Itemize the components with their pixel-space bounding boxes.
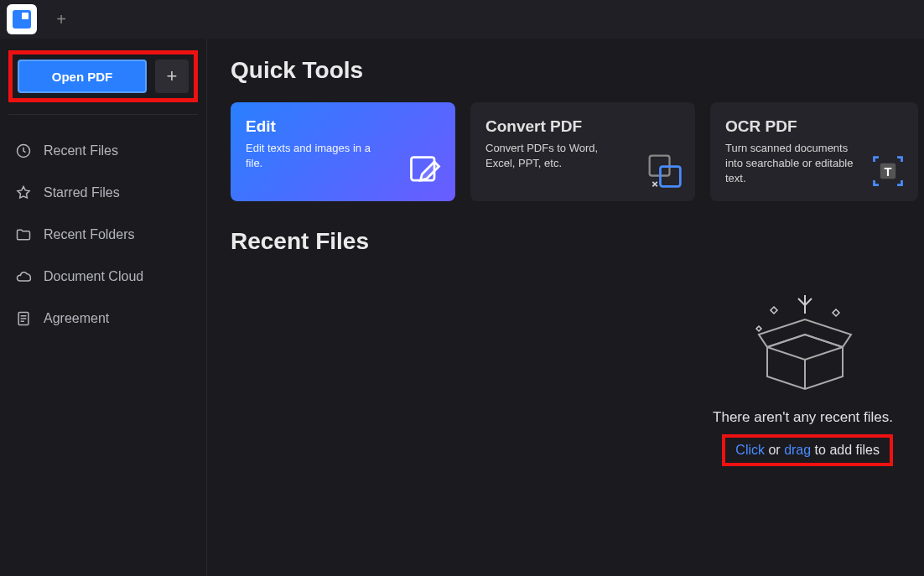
sidebar-item-document-cloud[interactable]: Document Cloud: [8, 256, 198, 298]
sidebar-item-recent-folders[interactable]: Recent Folders: [8, 214, 198, 256]
tool-desc: Edit texts and images in a file.: [246, 141, 388, 171]
drop-text-or: or: [765, 443, 784, 457]
document-icon: [15, 310, 32, 327]
open-pdf-highlight: Open PDF +: [8, 50, 198, 102]
tool-ocr[interactable]: OCR PDF Turn scanned documents into sear…: [710, 102, 918, 201]
clock-icon: [15, 143, 32, 159]
sidebar-item-label: Recent Folders: [44, 227, 135, 242]
drop-text-rest: to add files: [811, 443, 880, 457]
sidebar-item-label: Recent Files: [44, 143, 118, 158]
ocr-icon: T: [869, 153, 906, 189]
svg-text:T: T: [885, 165, 892, 179]
open-pdf-button[interactable]: Open PDF: [18, 60, 147, 93]
sidebar-item-starred-files[interactable]: Starred Files: [8, 172, 198, 214]
sidebar-item-agreement[interactable]: Agreement: [8, 298, 198, 340]
empty-message: There aren't any recent files.: [713, 409, 893, 426]
cloud-icon: [15, 268, 32, 285]
tool-desc: Convert PDFs to Word, Excel, PPT, etc.: [485, 141, 628, 171]
tool-title: Convert PDF: [485, 117, 680, 136]
drop-hint-highlight: Click or drag to add files: [722, 434, 893, 466]
new-tab-button[interactable]: +: [49, 7, 74, 32]
quick-tools-title: Quick Tools: [231, 57, 924, 84]
tool-desc: Turn scanned documents into searchable o…: [725, 141, 868, 187]
sidebar-item-label: Agreement: [44, 311, 109, 326]
sidebar-item-label: Starred Files: [44, 185, 120, 200]
drag-link[interactable]: drag: [784, 443, 811, 457]
main-content: Quick Tools Edit Edit texts and images i…: [207, 39, 924, 576]
empty-box-icon: [742, 288, 868, 397]
tool-edit[interactable]: Edit Edit texts and images in a file.: [231, 102, 455, 201]
sidebar-item-recent-files[interactable]: Recent Files: [8, 130, 198, 172]
tool-title: Edit: [246, 117, 440, 136]
recent-empty-state: There aren't any recent files. Click or …: [231, 288, 893, 466]
sidebar-item-label: Document Cloud: [44, 269, 143, 284]
app-logo: [7, 4, 37, 34]
edit-icon: [407, 153, 444, 189]
tool-title: OCR PDF: [725, 117, 903, 136]
titlebar: +: [0, 0, 924, 39]
star-icon: [15, 184, 32, 201]
quick-tools-row: Edit Edit texts and images in a file. Co…: [231, 102, 924, 201]
folder-icon: [15, 226, 32, 243]
recent-files-title: Recent Files: [231, 228, 924, 255]
click-link[interactable]: Click: [735, 443, 765, 457]
divider: [8, 114, 198, 115]
convert-icon: [646, 153, 683, 189]
tool-convert[interactable]: Convert PDF Convert PDFs to Word, Excel,…: [470, 102, 695, 201]
sidebar: Open PDF + Recent Files Starred Files Re…: [0, 39, 207, 576]
create-button[interactable]: +: [155, 60, 189, 93]
